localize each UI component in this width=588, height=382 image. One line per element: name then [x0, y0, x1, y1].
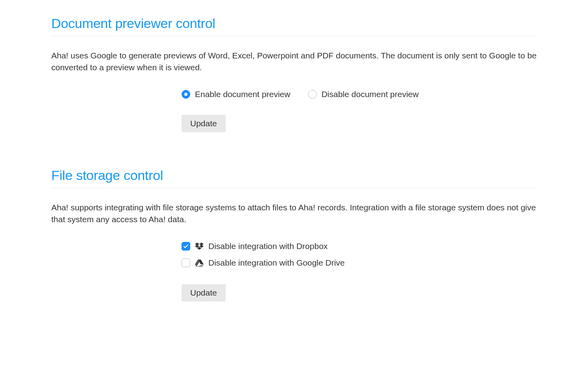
radio-enable-document-preview[interactable]: Enable document preview [182, 90, 290, 99]
section-file-storage: File storage control Aha! supports integ… [51, 168, 537, 301]
section-description: Aha! uses Google to generate previews of… [51, 50, 537, 74]
section-document-previewer: Document previewer control Aha! uses Goo… [51, 16, 537, 132]
controls-block: Enable document preview Disable document… [182, 90, 537, 132]
checkbox-label: Disable integration with Google Drive [208, 258, 345, 268]
dropbox-icon [195, 242, 204, 251]
radio-label: Enable document preview [195, 90, 290, 99]
radio-group-document-preview: Enable document preview Disable document… [182, 90, 537, 99]
section-title: Document previewer control [51, 16, 537, 31]
radio-input[interactable] [308, 90, 317, 99]
checkbox-label: Disable integration with Dropbox [208, 242, 328, 251]
update-button-file-storage[interactable]: Update [182, 284, 226, 301]
radio-disable-document-preview[interactable]: Disable document preview [308, 90, 419, 99]
radio-label: Disable document preview [322, 90, 419, 99]
checkbox-disable-dropbox[interactable]: Disable integration with Dropbox [182, 242, 537, 251]
section-description: Aha! supports integrating with file stor… [51, 202, 537, 226]
checkbox-disable-google-drive[interactable]: Disable integration with Google Drive [182, 258, 537, 268]
controls-block: Disable integration with Dropbox [182, 242, 537, 301]
google-drive-icon [195, 258, 204, 267]
section-divider [51, 188, 537, 188]
checkmark-icon [183, 243, 189, 249]
section-divider [51, 36, 537, 36]
radio-selected-dot [184, 93, 187, 96]
checkbox-list-file-storage: Disable integration with Dropbox [182, 242, 537, 268]
section-title: File storage control [51, 168, 537, 183]
checkbox-input[interactable] [182, 242, 190, 251]
checkbox-input[interactable] [182, 258, 190, 267]
settings-page: Document previewer control Aha! uses Goo… [0, 0, 588, 353]
update-button-document-preview[interactable]: Update [182, 115, 226, 132]
radio-input[interactable] [182, 90, 190, 99]
